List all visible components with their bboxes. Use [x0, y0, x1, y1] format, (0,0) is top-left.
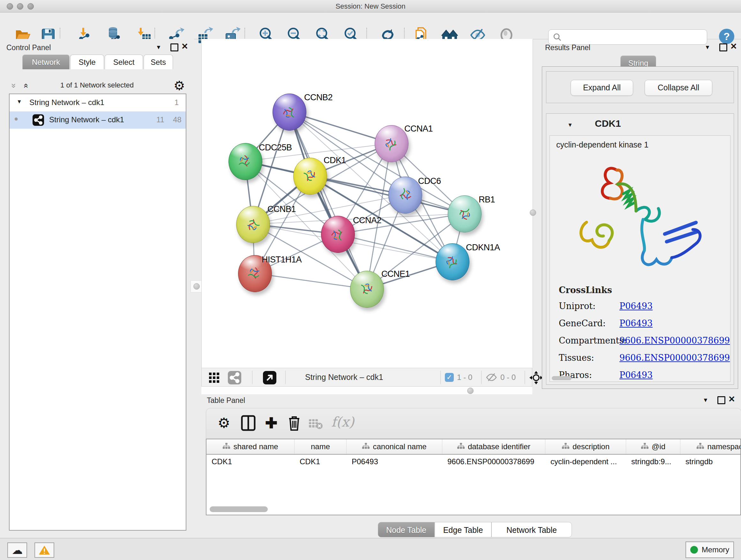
node-table-header: shared namenamecanonical namedatabase id…: [206, 439, 741, 455]
memory-button[interactable]: Memory: [685, 542, 734, 558]
network-node-CDC25B[interactable]: [228, 143, 262, 180]
control-panel-title: Control Panel: [6, 44, 51, 52]
expand-collapse-box: Expand All Collapse All: [546, 71, 734, 103]
tab-sets[interactable]: Sets: [144, 55, 173, 69]
gene-section: ▼ CDK1 cyclin-dependent kinase 1: [546, 113, 734, 385]
collapse-all-button[interactable]: Collapse All: [645, 80, 712, 96]
horizontal-splitter-handle[interactable]: [467, 388, 474, 394]
panel-close-icon[interactable]: ✕: [728, 396, 735, 402]
network-node-CCNE1[interactable]: [350, 271, 384, 308]
right-splitter-handle[interactable]: [530, 209, 536, 216]
tree-expander-icon[interactable]: ▼: [17, 99, 22, 105]
tab-select[interactable]: Select: [105, 55, 143, 69]
table-panel-title: Table Panel: [207, 396, 245, 405]
column-header-database-identifier[interactable]: database identifier: [442, 439, 545, 454]
node-label-CCNA2: CCNA2: [353, 215, 381, 226]
edge-CCNA2-CDKN1A[interactable]: [338, 234, 452, 261]
right-splitter[interactable]: [527, 207, 539, 219]
network-node-CDKN1A[interactable]: [435, 243, 469, 280]
panel-float-icon[interactable]: [719, 44, 727, 51]
network-node-CCNA2[interactable]: [321, 216, 355, 253]
network-node-CCNB2[interactable]: [273, 94, 307, 131]
tab-edge-table[interactable]: Edge Table: [434, 522, 491, 537]
node-label-CDC25B: CDC25B: [259, 143, 292, 152]
network-node-CCNA1[interactable]: [375, 125, 408, 162]
left-splitter[interactable]: [191, 280, 203, 293]
table-cell[interactable]: stringdb:9...: [626, 455, 680, 469]
memory-status-dot: [690, 546, 698, 554]
column-header-namespace[interactable]: namespace: [680, 439, 741, 454]
column-header-@id[interactable]: @id: [626, 439, 680, 454]
network-node-RB1[interactable]: [448, 195, 482, 233]
table-cell[interactable]: CDK1: [294, 455, 347, 469]
panel-close-icon[interactable]: ✕: [730, 43, 737, 50]
panel-float-icon[interactable]: [171, 44, 179, 51]
shared-column-icon: [457, 442, 465, 451]
results-scrollbar-thumb[interactable]: [552, 376, 571, 380]
column-header-name[interactable]: name: [294, 439, 347, 454]
show-columns-icon[interactable]: [240, 415, 257, 431]
table-cell[interactable]: P06493: [347, 455, 442, 469]
control-panel: Control Panel ▼ ✕ NetworkStyleSelectSets…: [0, 39, 194, 538]
current-network-dot-icon: ●: [14, 115, 18, 123]
node-label-CCNB1: CCNB1: [267, 204, 296, 214]
panel-float-icon[interactable]: [718, 396, 725, 404]
horizontal-splitter[interactable]: [201, 387, 532, 395]
table-cell[interactable]: stringdb: [680, 455, 741, 469]
protein-thumbnail-HIST1H1A: [242, 261, 268, 287]
node-table-row: CDK1CDK1P064939606.ENSP00000378699cyclin…: [206, 455, 741, 469]
panel-close-icon[interactable]: ✕: [181, 43, 188, 50]
network-node-CDK1[interactable]: [293, 158, 327, 195]
cloud-button[interactable]: ☁: [7, 543, 27, 558]
crosslink-link[interactable]: P06493: [619, 318, 653, 328]
network-options-gear-icon[interactable]: ⚙: [174, 79, 185, 92]
tab-style[interactable]: Style: [70, 55, 104, 69]
warnings-button[interactable]: [35, 543, 54, 558]
table-cell[interactable]: 9606.ENSP00000378699: [442, 455, 545, 469]
crosslink-link[interactable]: 9606.ENSP00000378699: [619, 335, 730, 346]
left-splitter-handle[interactable]: [193, 283, 200, 290]
delete-table-icon-disabled: [309, 418, 323, 429]
network-row-selected[interactable]: ● String Network – cdk1 11 48: [10, 111, 186, 129]
protein-thumbnail-CCNB2: [280, 102, 298, 122]
panel-dropdown-icon[interactable]: ▼: [704, 44, 711, 51]
column-header-label: shared name: [233, 442, 278, 451]
network-canvas[interactable]: CCNB2CCNA1CDC25BCDK1CDC6RB1CCNB1CCNA2CDK…: [201, 39, 533, 368]
node-label-RB1: RB1: [479, 195, 495, 205]
protein-thumbnail-CDC25B: [233, 150, 257, 173]
column-header-description[interactable]: description: [545, 439, 626, 454]
table-cell[interactable]: cyclin-dependent ...: [545, 455, 626, 469]
network-share-gray-icon[interactable]: [228, 371, 241, 384]
table-cell[interactable]: CDK1: [206, 455, 294, 469]
network-collection-row[interactable]: ▼ String Network – cdk1 1: [10, 94, 186, 111]
crosslink-link[interactable]: P06493: [619, 370, 653, 380]
expand-all-button[interactable]: Expand All: [570, 80, 633, 96]
tab-node-table[interactable]: Node Table: [378, 522, 434, 537]
table-options-gear-icon[interactable]: ⚙: [218, 416, 234, 433]
selected-checkbox-icon[interactable]: ✓: [445, 373, 454, 382]
table-horizontal-scrollbar[interactable]: [210, 506, 268, 512]
statusbar-separator: [285, 371, 286, 384]
delete-column-trash-icon[interactable]: [286, 415, 302, 431]
crosslink-link[interactable]: 9606.ENSP00000378699: [619, 353, 730, 363]
node-table: shared namenamecanonical namedatabase id…: [206, 439, 741, 515]
add-column-icon[interactable]: ✚: [263, 415, 280, 431]
network-node-CDC6[interactable]: [388, 177, 422, 213]
tab-network-table[interactable]: Network Table: [491, 522, 572, 537]
table-panel: Table Panel ▼ ✕ ⚙ ✚ f(x) shared namename…: [201, 394, 741, 538]
network-node-CCNB1[interactable]: [236, 206, 270, 243]
birds-eye-view-icon[interactable]: [209, 372, 219, 383]
panel-dropdown-icon[interactable]: ▼: [703, 397, 709, 403]
open-view-in-window-icon[interactable]: [263, 371, 276, 384]
column-header-label: @id: [652, 442, 665, 451]
crosslink-link[interactable]: P06493: [619, 301, 653, 311]
protein-thumbnail-CCNA2: [327, 223, 349, 246]
section-expander-icon[interactable]: ▼: [567, 122, 573, 128]
hidden-eye-slash-icon: [486, 372, 497, 382]
column-header-canonical-name[interactable]: canonical name: [347, 439, 442, 454]
table-toolbar: ⚙ ✚ f(x): [206, 408, 741, 439]
tab-network[interactable]: Network: [22, 55, 70, 69]
protein-thumbnail-RB1: [454, 204, 475, 224]
panel-dropdown-icon[interactable]: ▼: [156, 44, 161, 51]
column-header-shared-name[interactable]: shared name: [206, 439, 294, 454]
